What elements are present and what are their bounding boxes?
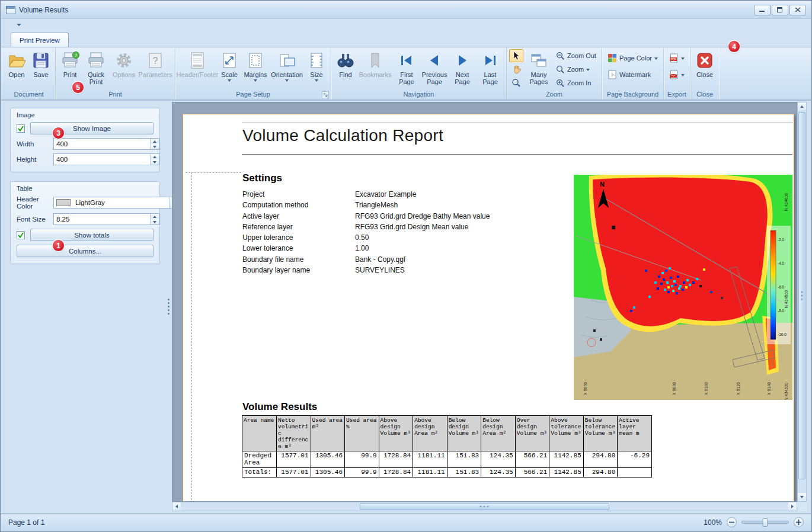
find-label: Find [339, 71, 351, 78]
next-page-button[interactable]: Next Page [449, 49, 476, 88]
group-label-close: Close [693, 90, 717, 100]
font-size-spin-down[interactable] [151, 219, 159, 225]
page-indicator: Page 1 of 1 [8, 518, 44, 527]
app-window: Volume Results Print Preview [0, 0, 812, 532]
font-size-input[interactable] [54, 216, 150, 223]
width-spin-up[interactable] [151, 139, 159, 144]
header-color-combo[interactable] [53, 197, 180, 209]
setting-value: 0.50 [355, 232, 490, 243]
scroll-up-button[interactable] [798, 102, 806, 111]
panel-splitter[interactable] [165, 101, 172, 512]
height-spin-down[interactable] [151, 159, 159, 165]
zoom-label: Zoom [567, 66, 584, 73]
setting-key: Boundary layer name [242, 265, 355, 275]
width-spinner[interactable] [53, 138, 159, 150]
width-input[interactable] [54, 140, 150, 148]
app-icon [6, 6, 15, 14]
hand-tool-button[interactable] [509, 63, 523, 76]
horizontal-scrollbar[interactable] [172, 502, 797, 511]
minimize-icon [759, 11, 765, 12]
zoom-button[interactable]: Zoom [553, 63, 599, 76]
vertical-scrollbar[interactable] [797, 102, 807, 502]
scroll-left-button[interactable] [172, 502, 181, 511]
zoom-slider-thumb[interactable] [763, 518, 768, 527]
height-spinner[interactable] [53, 153, 159, 165]
report-title: Volume Calculation Report [242, 126, 443, 145]
table-cell: 1305.46 [311, 468, 345, 477]
table-cell: 1142.85 [549, 468, 584, 477]
previous-page-label: Previous Page [421, 71, 448, 86]
scroll-right-button[interactable] [788, 502, 797, 511]
svg-text:X 9140: X 9140 [767, 382, 771, 395]
page-color-label: Page Color [619, 55, 652, 62]
font-size-spin-up[interactable] [151, 214, 159, 219]
font-size-label: Font Size [17, 216, 53, 223]
find-button[interactable]: Find [334, 49, 357, 88]
many-pages-label: Many Pages [525, 71, 552, 86]
pointer-tool-button[interactable] [509, 49, 523, 62]
svg-text:-8.0: -8.0 [778, 309, 785, 313]
title-bar: Volume Results [1, 1, 811, 19]
maximize-button[interactable] [772, 5, 788, 15]
close-window-button[interactable] [789, 5, 806, 15]
table-cell: 99.9 [345, 451, 379, 468]
font-size-spinner[interactable] [53, 213, 159, 225]
export-pdf-icon: PDF [669, 53, 679, 63]
watermark-button[interactable]: A Watermark [605, 68, 661, 81]
scroll-grip-icon [484, 506, 485, 508]
orientation-button[interactable]: Orientation [270, 49, 304, 88]
scroll-down-button[interactable] [798, 493, 806, 501]
open-button[interactable]: Open [5, 49, 28, 88]
zoom-out-button[interactable]: Zoom Out [553, 49, 599, 62]
show-image-button[interactable]: Show Image [30, 122, 154, 134]
margins-button[interactable]: Margins [242, 49, 269, 88]
page-setup-dialog-launcher[interactable] [322, 91, 329, 98]
zoom-slider[interactable] [741, 521, 789, 524]
table-cell: 1142.85 [549, 451, 584, 468]
plus-icon [796, 520, 801, 525]
save-button[interactable]: Save [29, 49, 53, 88]
scale-button[interactable]: Scale [218, 49, 241, 88]
show-totals-button[interactable]: Show totals [30, 229, 154, 241]
previous-page-button[interactable]: Previous Page [421, 49, 448, 88]
magnifier-tool-button[interactable] [509, 76, 523, 89]
height-spin-up[interactable] [151, 154, 159, 159]
send-document-button[interactable] [666, 68, 688, 81]
first-page-button[interactable]: First Page [393, 49, 420, 88]
minimize-button[interactable] [754, 5, 771, 15]
export-document-button[interactable]: PDF [666, 52, 688, 65]
spin-up-icon [153, 156, 156, 158]
page-color-button[interactable]: Page Color [605, 52, 661, 65]
quick-print-button[interactable]: Quick Print [82, 49, 110, 88]
zoom-increase-button[interactable] [794, 517, 804, 527]
show-image-checkbox[interactable] [17, 124, 25, 133]
horizontal-scroll-thumb[interactable] [360, 503, 609, 510]
many-pages-button[interactable]: Many Pages [525, 49, 552, 88]
vertical-scroll-thumb[interactable] [798, 112, 805, 479]
zoom-decrease-button[interactable] [727, 517, 737, 527]
last-page-icon [481, 51, 500, 70]
show-totals-checkbox[interactable] [17, 231, 25, 239]
header-color-input[interactable] [73, 199, 169, 206]
table-cell: 1728.84 [379, 451, 413, 468]
zoom-in-button[interactable]: Zoom In [553, 76, 599, 89]
settings-heading: Settings [242, 172, 282, 184]
ribbon-group-document: Open Save Document [2, 48, 56, 100]
preview-canvas[interactable]: Volume Calculation Report Settings Proje… [172, 102, 797, 502]
close-preview-button[interactable]: Close [693, 49, 717, 88]
svg-text:X 9080: X 9080 [672, 382, 676, 395]
columns-button[interactable]: Columns... [17, 245, 154, 257]
color-scale: -2.0 -4.0 -6.0 -8.0 -10.0 [767, 226, 791, 344]
last-page-button[interactable]: Last Page [477, 49, 504, 88]
table-cell [618, 468, 652, 477]
tab-print-preview[interactable]: Print Preview [11, 33, 69, 47]
width-spin-down[interactable] [151, 144, 159, 149]
annotation-badge-print: 5 [72, 82, 84, 93]
height-input[interactable] [54, 156, 150, 163]
size-button[interactable]: Size [305, 49, 328, 88]
table-header-cell: Area name [242, 416, 277, 451]
customize-toolbar-button[interactable] [14, 21, 24, 29]
save-label: Save [33, 71, 48, 78]
table-header-cell: Netto volumetric difference m³ [277, 416, 311, 451]
svg-text:X 9120: X 9120 [736, 382, 740, 395]
